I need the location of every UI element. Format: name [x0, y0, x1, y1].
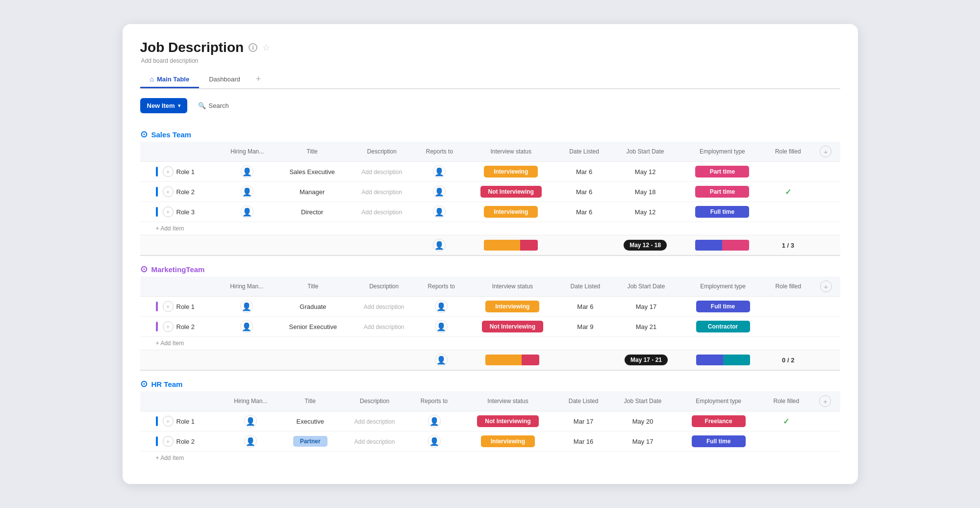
tab-add-button[interactable]: +	[250, 70, 267, 88]
col-emp-type: Employment type	[680, 142, 765, 162]
col-description: Description	[351, 277, 417, 297]
reports-to-avatar: 👤	[428, 415, 441, 428]
check-icon: ✓	[785, 188, 791, 196]
description-link[interactable]: Add description	[354, 438, 395, 445]
description-link[interactable]: Add description	[361, 169, 402, 176]
summary-avatar: 👤	[433, 239, 446, 252]
marketing-team-section: ⊙ MarketingTeam Hiring Man... Title Desc…	[140, 260, 840, 371]
col-date-listed: Date Listed	[559, 277, 611, 297]
sales-team-header[interactable]: ⊙ Sales Team	[140, 125, 840, 142]
job-start: May 18	[610, 182, 680, 202]
bar-not-interviewing	[520, 240, 538, 251]
toolbar: New Item ▾ 🔍 Search	[140, 98, 840, 113]
emp-type-badge: Part time	[695, 166, 749, 178]
col-date-listed: Date Listed	[556, 391, 610, 411]
table-row: + Role 3 👤 Director Add description 👤 In…	[140, 202, 840, 222]
marketing-team-title: MarketingTeam	[151, 265, 205, 274]
hiring-avatar: 👤	[241, 165, 253, 178]
sales-summary-row: 👤 May 12 - 18	[140, 235, 840, 256]
interview-status-badge: Interviewing	[484, 206, 538, 218]
add-item-label[interactable]: + Add Item	[140, 452, 840, 465]
plus-icon[interactable]: +	[163, 321, 174, 332]
description-link[interactable]: Add description	[354, 418, 395, 425]
role-filled	[762, 432, 810, 452]
col-title: Title	[280, 391, 340, 411]
hiring-avatar: 👤	[240, 300, 253, 313]
description-link[interactable]: Add description	[364, 324, 404, 330]
page-title: Job Description	[140, 40, 244, 55]
col-role-filled: Role filled	[764, 142, 811, 162]
description-link[interactable]: Add description	[361, 209, 402, 216]
table-row: + Role 2 👤 Manager Add description 👤 Not…	[140, 182, 840, 202]
plus-icon[interactable]: +	[163, 436, 174, 447]
hr-team-table: Hiring Man... Title Description Reports …	[140, 391, 840, 464]
chevron-down-icon: ⊙	[140, 379, 148, 389]
reports-to-avatar: 👤	[428, 435, 441, 448]
hr-team-header[interactable]: ⊙ HR Team	[140, 375, 840, 391]
date-range-badge: May 17 - 21	[625, 355, 668, 365]
add-column-icon[interactable]: +	[819, 395, 831, 407]
add-item-row[interactable]: + Add Item	[140, 337, 840, 350]
info-icon[interactable]: ℹ	[249, 43, 257, 52]
add-column-icon[interactable]: +	[820, 280, 832, 292]
add-item-row[interactable]: + Add Item	[140, 222, 840, 235]
table-row: + Role 2 👤 Partner Add description 👤 Int…	[140, 432, 840, 452]
plus-icon[interactable]: +	[163, 186, 174, 197]
interview-summary-bar	[485, 355, 539, 365]
tab-dashboard[interactable]: Dashboard	[199, 72, 250, 88]
title-cell: Senior Executive	[275, 317, 351, 337]
add-column-icon[interactable]: +	[820, 146, 831, 157]
interview-status-badge: Interviewing	[484, 166, 538, 178]
page-header: Job Description ℹ ☆	[140, 40, 840, 55]
plus-icon[interactable]: +	[163, 206, 174, 217]
new-item-button[interactable]: New Item ▾	[140, 98, 187, 113]
plus-icon[interactable]: +	[163, 416, 174, 427]
reports-to-avatar: 👤	[435, 300, 448, 313]
search-button[interactable]: 🔍 Search	[193, 99, 234, 112]
col-add[interactable]: +	[811, 142, 840, 162]
date-listed: Mar 17	[556, 411, 610, 432]
marketing-team-header[interactable]: ⊙ MarketingTeam	[140, 260, 840, 277]
add-item-label[interactable]: + Add Item	[140, 337, 840, 350]
job-start: May 12	[610, 202, 680, 222]
hr-table-header-row: Hiring Man... Title Description Reports …	[140, 391, 840, 411]
emp-type-badge: Full time	[692, 435, 746, 447]
job-start: May 17	[611, 297, 681, 317]
star-icon[interactable]: ☆	[262, 42, 270, 53]
emp-type-summary-bar	[696, 355, 750, 365]
row-color-bar	[156, 416, 158, 426]
description-link[interactable]: Add description	[361, 189, 402, 196]
role-filled	[765, 317, 812, 337]
row-name: Role 1	[176, 418, 195, 425]
check-icon: ✓	[783, 417, 789, 426]
job-start: May 12	[610, 162, 680, 182]
row-name: Role 1	[176, 303, 195, 310]
col-add[interactable]: +	[810, 391, 840, 411]
interview-status-badge: Not Interviewing	[480, 186, 542, 198]
add-item-label[interactable]: + Add Item	[140, 222, 840, 235]
col-add[interactable]: +	[812, 277, 840, 297]
col-interview-status: Interview status	[464, 142, 558, 162]
board-description[interactable]: Add board description	[141, 57, 840, 64]
tab-main-table[interactable]: ⌂ Main Table	[140, 71, 200, 88]
title-cell: Manager	[276, 182, 349, 202]
date-listed: Mar 6	[558, 202, 610, 222]
bar-fulltime	[696, 355, 723, 365]
plus-icon[interactable]: +	[163, 301, 174, 312]
add-item-row[interactable]: + Add Item	[140, 452, 840, 465]
col-interview-status: Interview status	[459, 391, 556, 411]
reports-to-avatar: 👤	[433, 165, 446, 178]
marketing-summary-row: 👤 May 17 - 21	[140, 350, 840, 371]
title-cell: Sales Executive	[276, 162, 349, 182]
date-range-badge: May 12 - 18	[624, 240, 667, 251]
interview-status-badge: Not Interviewing	[477, 415, 538, 427]
row-name: Role 2	[176, 438, 195, 445]
plus-icon[interactable]: +	[163, 166, 174, 177]
table-row: + Role 2 👤 Senior Executive Add descript…	[140, 317, 840, 337]
job-start: May 21	[611, 317, 681, 337]
description-link[interactable]: Add description	[364, 304, 404, 310]
col-title: Title	[275, 277, 351, 297]
search-icon: 🔍	[198, 102, 206, 109]
bar-fulltime	[695, 240, 722, 251]
marketing-table-header-row: Hiring Man... Title Description Reports …	[140, 277, 840, 297]
